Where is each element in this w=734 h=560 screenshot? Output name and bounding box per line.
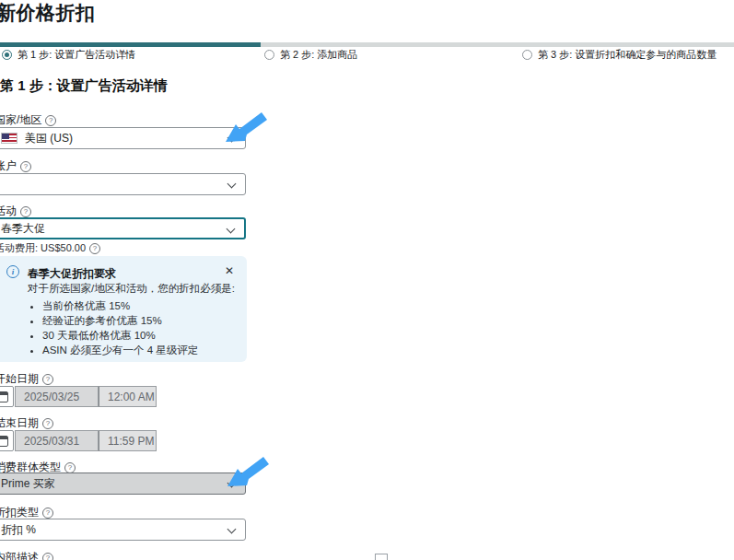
account-label: 账户 ? bbox=[0, 158, 31, 174]
chevron-down-icon bbox=[227, 134, 237, 143]
end-time-input[interactable]: 11:59 PM bbox=[99, 430, 157, 451]
description-label: 内部描述 ? bbox=[0, 550, 53, 560]
activity-select-value: 春季大促 bbox=[1, 221, 45, 237]
start-time-input[interactable]: 12:00 AM bbox=[99, 386, 157, 407]
new-price-discount-page: 新价格折扣 第 1 步: 设置广告活动详情 第 2 步: 添加商品 第 3 步:… bbox=[0, 0, 734, 560]
step-1[interactable]: 第 1 步: 设置广告活动详情 bbox=[2, 48, 135, 62]
step-1-label: 第 1 步: 设置广告活动详情 bbox=[17, 48, 135, 62]
step-3-radio[interactable] bbox=[522, 50, 532, 60]
step-3-label: 第 3 步: 设置折扣和确定参与的商品数量 bbox=[538, 48, 717, 62]
start-date-input[interactable]: 2025/03/25 bbox=[15, 386, 99, 407]
list-item: 30 天最低价格优惠 10% bbox=[42, 328, 198, 343]
end-date-input[interactable]: 2025/03/31 bbox=[15, 430, 99, 451]
activity-select[interactable]: 春季大促 bbox=[0, 217, 246, 239]
country-label-text: 国家/地区 bbox=[0, 112, 41, 128]
calendar-icon bbox=[0, 436, 8, 447]
list-item: 当前价格优惠 15% bbox=[42, 298, 198, 313]
country-label: 国家/地区 ? bbox=[0, 112, 56, 128]
start-date-row: 2025/03/25 12:00 AM bbox=[0, 386, 258, 407]
info-icon: i bbox=[6, 265, 19, 278]
activity-help-icon[interactable]: ? bbox=[20, 206, 31, 217]
list-item: 经验证的参考价优惠 15% bbox=[42, 313, 198, 328]
step-3[interactable]: 第 3 步: 设置折扣和确定参与的商品数量 bbox=[522, 48, 717, 62]
end-date-help-icon[interactable]: ? bbox=[42, 418, 53, 429]
country-select[interactable]: 美国 (US) bbox=[0, 127, 246, 149]
chevron-down-icon bbox=[227, 525, 237, 534]
step-2-label: 第 2 步: 添加商品 bbox=[280, 48, 357, 62]
account-select[interactable] bbox=[0, 173, 246, 195]
stepper-progress-bar bbox=[0, 42, 734, 47]
account-label-text: 账户 bbox=[0, 158, 17, 174]
calendar-icon bbox=[0, 391, 8, 402]
audience-help-icon[interactable]: ? bbox=[64, 462, 76, 473]
alert-title: 春季大促折扣要求 bbox=[28, 266, 116, 282]
us-flag-icon bbox=[1, 133, 17, 144]
close-icon[interactable]: ✕ bbox=[225, 264, 234, 277]
audience-type-select[interactable]: Prime 买家 bbox=[0, 472, 246, 495]
end-date-row: 2025/03/31 11:59 PM bbox=[0, 430, 258, 451]
start-date-calendar-button[interactable] bbox=[0, 386, 14, 407]
step-2[interactable]: 第 2 步: 添加商品 bbox=[264, 48, 357, 62]
discount-type-select[interactable]: 折扣 % bbox=[0, 519, 246, 541]
activity-fee-text: 活动费用: US$50.00 bbox=[0, 241, 86, 255]
fee-help-icon[interactable]: ? bbox=[89, 243, 100, 254]
audience-select-value: Prime 买家 bbox=[1, 476, 55, 492]
description-label-text: 内部描述 bbox=[0, 550, 39, 560]
list-item: ASIN 必须至少有一个 4 星级评定 bbox=[42, 343, 198, 357]
country-help-icon[interactable]: ? bbox=[45, 115, 56, 126]
country-select-value: 美国 (US) bbox=[25, 131, 73, 146]
activity-fee-note: 活动费用: US$50.00 ? bbox=[0, 241, 100, 255]
step-1-radio[interactable] bbox=[2, 50, 12, 60]
partial-element-fragment bbox=[375, 554, 388, 560]
chevron-down-icon bbox=[227, 180, 237, 189]
discount-type-help-icon[interactable]: ? bbox=[42, 508, 53, 519]
start-date-label: 开始日期 ? bbox=[0, 371, 53, 387]
stepper-progress-fill bbox=[0, 42, 261, 47]
section-heading: 第 1 步：设置广告活动详情 bbox=[0, 77, 168, 95]
page-title: 新价格折扣 bbox=[0, 0, 96, 26]
account-help-icon[interactable]: ? bbox=[20, 161, 31, 172]
discount-type-select-value: 折扣 % bbox=[1, 522, 36, 538]
start-date-help-icon[interactable]: ? bbox=[42, 374, 53, 385]
alert-intro: 对于所选国家/地区和活动，您的折扣必须是: bbox=[28, 282, 235, 296]
end-date-calendar-button[interactable] bbox=[0, 430, 14, 451]
end-date-label: 结束日期 ? bbox=[0, 415, 53, 431]
discount-requirements-alert: i 春季大促折扣要求 ✕ 对于所选国家/地区和活动，您的折扣必须是: 当前价格优… bbox=[0, 256, 247, 362]
end-date-label-text: 结束日期 bbox=[0, 415, 39, 431]
step-2-radio[interactable] bbox=[264, 50, 274, 60]
alert-requirements-list: 当前价格优惠 15% 经验证的参考价优惠 15% 30 天最低价格优惠 10% … bbox=[42, 298, 198, 357]
chevron-down-icon bbox=[227, 225, 236, 234]
start-date-label-text: 开始日期 bbox=[0, 371, 39, 387]
chevron-down-icon bbox=[227, 479, 237, 488]
description-help-icon[interactable]: ? bbox=[42, 553, 53, 560]
